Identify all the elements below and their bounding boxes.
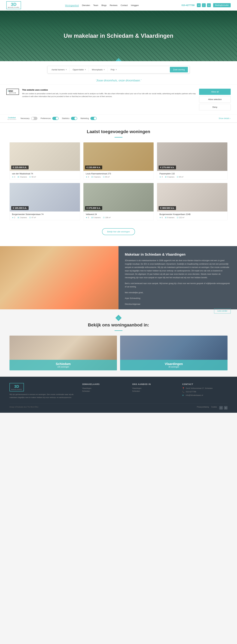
price-dropdown[interactable]: Prijs ▼	[108, 67, 119, 72]
phone-number: 010-4277788	[182, 4, 195, 6]
property-card[interactable]: € 369.500 k.k. Burgemeester Knappertlaan…	[157, 183, 228, 220]
star-icon: ★	[160, 176, 161, 178]
cookie-title: This website uses cookies	[22, 89, 196, 91]
star-count: 6	[162, 216, 162, 218]
footer-logo: 3D makelaars	[10, 383, 24, 392]
facebook-icon[interactable]: f	[202, 3, 206, 7]
deny-button[interactable]: Deny	[199, 104, 231, 110]
property-price: € 275.000 k.k.	[159, 166, 176, 169]
necessary-label: Necessary	[20, 117, 30, 120]
footer-col2-title: ONS AANBOD IN	[132, 383, 178, 386]
size-label: 84 m²	[105, 176, 110, 178]
rooms-icon: ⊞	[91, 176, 93, 178]
area-dropdown[interactable]: Oppervlakte ▼	[70, 67, 89, 72]
cookie-content: This website uses cookies We use cookies…	[22, 89, 196, 98]
nav-item-team[interactable]: Team	[93, 4, 98, 7]
star-count: 3	[14, 176, 15, 178]
preferences-toggle[interactable]	[52, 117, 58, 120]
footer-link-schiedam-1[interactable]: Schiedam	[82, 390, 128, 392]
property-stars: ★ 4	[160, 176, 162, 178]
about-name: Arjan Schnevdring	[125, 297, 231, 300]
rooms-icon: ⊞	[165, 216, 166, 218]
property-card[interactable]: € 235.000 k.k. Louis Raemaekerstraat 273…	[83, 142, 154, 180]
star-icon: ★	[86, 216, 87, 218]
search-button[interactable]: Zoek woning	[170, 67, 188, 72]
property-card[interactable]: € 375.000 k.k. Vellavest 24 ★ 3 ⊞ 5 kame…	[83, 183, 154, 220]
property-size: ⊡ 108 m²	[103, 216, 110, 218]
footer: 3D makelaars Wij zijn geïnteresseerd in …	[0, 377, 237, 413]
hero-section: Uw makelaar in Schiedam & Vlaardingen ⌂	[0, 10, 237, 61]
property-size: ⊡ 59 m²	[29, 176, 36, 178]
property-info: Louis Raemaekerstraat 273 ★ 3 ⊞ 3 kamers…	[84, 171, 154, 180]
email-icon[interactable]: ✉	[197, 3, 201, 7]
nav-item-reviews[interactable]: Reviews	[110, 4, 118, 7]
bekijk-alle-button[interactable]: Bekijk hier alle woningen	[102, 228, 135, 235]
property-info: Burgemeester Stulemeijerslaan 74 ★ 2 ⊞ 2…	[10, 212, 80, 220]
marketing-toggle[interactable]	[90, 117, 97, 120]
footer-link-schiedam-2[interactable]: Schiedam	[132, 390, 178, 392]
show-details-button[interactable]: Show details ›	[219, 117, 231, 120]
cookie-banner: ≡ MIND OFFICE This website uses cookies …	[0, 85, 237, 114]
rooms-label: 3 kamers	[20, 176, 27, 178]
rooms-dropdown[interactable]: Aantal kamers ▼	[49, 67, 70, 72]
hero-title: Uw makelaar in Schiedam & Vlaardingen	[64, 32, 173, 39]
phone-icon: 📞	[182, 391, 184, 393]
social-icons: ✉ f in	[197, 3, 211, 7]
about-title: Makelaar in Schiedam & Vlaardingen	[125, 252, 231, 256]
property-price: € 369.500 k.k.	[159, 206, 176, 210]
property-info: Burgemeester Knappertlaan 224B ★ 6 ⊞ 6 k…	[157, 212, 227, 220]
allow-selection-button[interactable]: Allow selection	[199, 96, 231, 102]
footer-credits: Design & Realisatie door The Mind Office	[10, 406, 38, 410]
property-card[interactable]: € 275.000 k.k. Paasenplein 132 ★ 4 ⊞ 4 k…	[157, 142, 228, 180]
city-card[interactable]: Schiedam 145 woningen	[10, 336, 117, 370]
city-overlay: Schiedam 145 woningen	[10, 360, 117, 370]
city-dropdown[interactable]: Woonplaats ▼	[90, 67, 108, 72]
tagline-section: 'Jouw droomhuis, onze droombaan.'	[0, 76, 237, 85]
nav-link-diensten[interactable]: Diensten	[82, 4, 90, 6]
footer-link-vlaardingen-1[interactable]: Vlaardingen	[82, 387, 128, 389]
cities-divider	[114, 330, 122, 331]
nav-link-reviews[interactable]: Reviews	[110, 4, 118, 6]
nav-link-blogs[interactable]: Blogs	[102, 4, 107, 6]
star-count: 2	[14, 216, 15, 218]
instagram-icon[interactable]: in	[207, 3, 211, 7]
nav-link-inloggen[interactable]: Inloggen	[131, 4, 139, 6]
cookies-link[interactable]: Cookies	[211, 406, 217, 410]
property-address: Burgemeester Knappertlaan 224B	[160, 213, 225, 216]
necessary-toggle[interactable]	[31, 117, 38, 120]
footer-facebook-icon[interactable]: f	[219, 406, 223, 410]
city-overlay: Vlaardingen 36 woningen	[120, 360, 228, 370]
footer-link-vlaardingen-2[interactable]: Vlaardingen	[132, 387, 178, 389]
city-card[interactable]: Vlaardingen 36 woningen	[120, 336, 228, 370]
footer-instagram-icon[interactable]: in	[224, 406, 228, 410]
nav-item-inloggen[interactable]: Inloggen	[131, 4, 139, 7]
nav-item-contact[interactable]: Contact	[121, 4, 128, 7]
biedingformulier-button[interactable]: Biedingformulier	[213, 3, 231, 7]
cookiebot-logo: Cookiebot by Usercentrics	[6, 117, 18, 120]
nav-item-diensten[interactable]: Diensten	[82, 4, 90, 7]
statistics-toggle[interactable]	[71, 117, 77, 120]
nav-link-woningaanbod[interactable]: Woningaanbod	[65, 4, 79, 7]
nav-item-blogs[interactable]: Blogs	[102, 4, 107, 7]
size-label: 132 m²	[179, 216, 184, 218]
emind-logo: ≡ MIND OFFICE	[6, 89, 19, 95]
allow-all-button[interactable]: Allow all	[199, 89, 231, 95]
chevron-right-icon: ›	[230, 117, 231, 120]
property-meta: ★ 3 ⊞ 5 kamers ⊡ 108 m²	[86, 216, 151, 218]
office-text: OFFICE	[8, 92, 18, 94]
property-card[interactable]: € 165.000 k.k. Burgemeester Stulemeijers…	[10, 183, 80, 220]
statistics-toggle-knob	[74, 117, 77, 120]
size-label: 59 m²	[32, 176, 36, 178]
nav-link-team[interactable]: Team	[93, 4, 98, 6]
footer-col-1: 3DMAKELAARS Vlaardingen Schiedam	[82, 383, 128, 399]
property-stars: ★ 3	[12, 176, 15, 178]
logo: 3D makelaars	[6, 1, 22, 9]
privacy-link[interactable]: Privacyverklaring	[197, 406, 209, 410]
logo-makelaars: makelaars	[8, 7, 20, 8]
property-image: € 225.000 k.k.	[10, 142, 80, 171]
property-card[interactable]: € 225.000 k.k. van der Waalsstraat 74 ★ …	[10, 142, 80, 180]
lees-verder-button[interactable]: Lees verder	[214, 308, 231, 314]
nav-item-woningaanbod[interactable]: Woningaanbod	[65, 4, 79, 7]
nav-link-contact[interactable]: Contact	[121, 4, 128, 6]
rooms-label: 4 kamers	[167, 176, 174, 178]
